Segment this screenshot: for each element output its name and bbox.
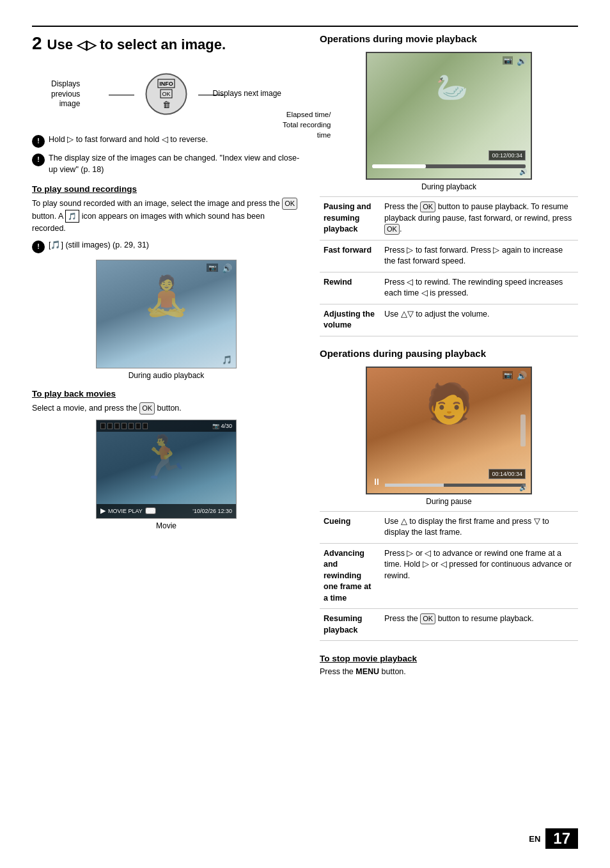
sound-note-icon: ! (32, 241, 45, 253)
ops-row-ff: Fast forward Press ▷ to fast forward. Pr… (320, 240, 578, 272)
film-strip (100, 423, 148, 429)
film-hole-5 (129, 423, 134, 429)
movie-ok-small: OK (145, 507, 157, 514)
movie-section-title: To play back movies (32, 389, 301, 398)
pause-ops-label-resume: Resuming playback (320, 609, 380, 641)
ok-btn-resume-pause: OK (420, 613, 435, 624)
movie-date: '10/02/26 12:30 (192, 508, 232, 514)
page-number: 17 (545, 828, 578, 849)
film-hole-6 (136, 423, 141, 429)
movie-ok-btn: OK (139, 402, 155, 414)
audio-photo: 🧘 📷 🔊 🎵 (96, 260, 237, 368)
playback-top-icon: 📷 (503, 56, 513, 65)
movie-person-silhouette: 🏃 (138, 433, 190, 482)
ok-btn-pause: OK (420, 201, 435, 212)
pause-ops-label-advance: Advancing and rewinding one frame at a t… (320, 543, 380, 609)
stop-section: To stop movie playback Press the MENU bu… (320, 654, 578, 678)
film-hole-7 (143, 423, 148, 429)
sound-note-text: [🎵] (still images) (p. 29, 31) (49, 240, 149, 251)
ok-label: OK (160, 90, 172, 99)
movie-playback-title: Operations during movie playback (320, 33, 578, 44)
step-number: 2 (32, 33, 42, 54)
pause-section-title: Operations during pausing playback (320, 348, 578, 359)
film-hole-4 (121, 423, 127, 429)
movie-body-2: button. (157, 404, 182, 413)
ops-desc-volume: Use △▽ to adjust the volume. (380, 304, 578, 336)
elapsed-label: Elapsed time/ Total recording time (283, 109, 331, 140)
pause-icon: ⏸ (372, 477, 381, 487)
ops-desc-rewind: Press ◁ to rewind. The rewinding speed i… (380, 272, 578, 304)
photo-icon-tl: 📷 (207, 264, 218, 272)
pause-screen-wrapper: 🧑 📷 🔊 00:14/00:34 ⏸ 🔊 (366, 367, 532, 494)
step-heading: 2 Use ◁▷ to select an image. (32, 33, 301, 54)
camera-button[interactable]: INFO OK 🗑 (146, 74, 187, 115)
movie-bottom-bar: ▶ MOVIE PLAY OK '10/02/26 12:30 (97, 504, 236, 518)
movie-screenshot-container: 📷 4/30 🏃 ▶ MOVIE PLAY OK '10/02/26 12:30… (32, 420, 301, 530)
pause-ops-label-cueing: Cueing (320, 511, 380, 543)
film-hole-2 (107, 423, 113, 429)
sound-body-1: To play sound recorded with an image, se… (32, 199, 280, 208)
pause-progress-track (385, 484, 526, 487)
playback-corner-tr: 🔊 (517, 56, 527, 66)
sound-section-title: To play sound recordings (32, 184, 301, 194)
pause-ops-row-resume: Resuming playback Press the OK button to… (320, 609, 578, 641)
pause-ops-desc-advance: Press ▷ or ◁ to advance or rewind one fr… (380, 543, 578, 609)
movie-play-label: MOVIE PLAY (108, 508, 143, 514)
ops-label-rewind: Rewind (320, 272, 380, 304)
movie-ops-table: Pausing and resuming playback Press the … (320, 196, 578, 336)
film-hole-1 (100, 423, 106, 429)
sound-ok-btn: OK (282, 198, 297, 210)
movie-top-bar: 📷 4/30 (97, 420, 236, 432)
arrow-left-indicator: —— (109, 87, 134, 102)
pause-ops-row-cueing: Cueing Use △ to display the first frame … (320, 511, 578, 543)
ops-label-pause: Pausing and resuming playback (320, 197, 380, 241)
right-column: Operations during movie playback Elapsed… (320, 33, 578, 683)
trash-icon: 🗑 (162, 100, 171, 109)
pause-person-silhouette: 🧑 (425, 381, 473, 426)
movie-body-1: Select a movie, and press the (32, 404, 137, 413)
movie-counter-badge: 📷 4/30 (212, 423, 232, 429)
pause-ops-row-advance: Advancing and rewinding one frame at a t… (320, 543, 578, 609)
note-text-2: The display size of the images can be ch… (49, 153, 301, 175)
ops-desc-ff: Press ▷ to fast forward. Press ▷ again t… (380, 240, 578, 272)
page: 2 Use ◁▷ to select an image. Displays pr… (0, 0, 610, 868)
note-2: ! The display size of the images can be … (32, 153, 301, 175)
ops-row-rewind: Rewind Press ◁ to rewind. The rewinding … (320, 272, 578, 304)
sound-body: To play sound recorded with an image, se… (32, 198, 301, 235)
pause-top-icon: 📷 (503, 371, 513, 379)
note-icon-2: ! (32, 154, 45, 166)
note-text-1: Hold ▷ to fast forward and hold ◁ to rev… (49, 134, 208, 146)
stop-body: Press the MENU button. (320, 666, 578, 678)
sound-note: ! [🎵] (still images) (p. 29, 31) (32, 240, 301, 253)
ops-desc-pause: Press the OK button to pause playback. T… (380, 197, 578, 241)
pause-volume-icon: 🔊 (519, 484, 527, 491)
movie-caption: Movie (32, 521, 301, 530)
ok-btn-resume: OK (384, 224, 400, 235)
audio-icon: 🎵 (65, 210, 79, 223)
audio-photo-caption: During audio playback (32, 371, 301, 380)
movie-play-icon: ▶ (100, 507, 106, 515)
progress-fill (372, 164, 426, 168)
pause-ops-desc-resume: Press the OK button to resume playback. (380, 609, 578, 641)
footer-en-label: EN (529, 834, 540, 844)
top-rule (32, 26, 578, 27)
ops-label-volume: Adjusting the volume (320, 304, 380, 336)
pause-ops-desc-cueing: Use △ to display the first frame and pre… (380, 511, 578, 543)
sound-body-2: button. A (32, 212, 63, 221)
ops-row-volume: Adjusting the volume Use △▽ to adjust th… (320, 304, 578, 336)
pause-side-bar (520, 414, 526, 446)
pause-corner-tr: 🔊 (517, 371, 527, 381)
note-1: ! Hold ▷ to fast forward and hold ◁ to r… (32, 134, 301, 148)
label-prev: Displays previous image (51, 79, 80, 109)
during-playback-caption: During playback (320, 182, 578, 191)
photo-icon-tr: 🔊 (222, 264, 232, 273)
pause-progress-fill (385, 484, 444, 487)
photo-icon-br: 🎵 (222, 355, 232, 365)
progress-track (372, 164, 526, 168)
timecode-display: 00:12/00:34 (489, 150, 526, 161)
during-pause-caption: During pause (320, 497, 578, 506)
step-text: Use ◁▷ to select an image. (47, 36, 226, 53)
bird-silhouette: 🦢 (436, 72, 468, 102)
movie-body: Select a movie, and press the OK button. (32, 402, 301, 414)
pause-ops-table: Cueing Use △ to display the first frame … (320, 511, 578, 642)
